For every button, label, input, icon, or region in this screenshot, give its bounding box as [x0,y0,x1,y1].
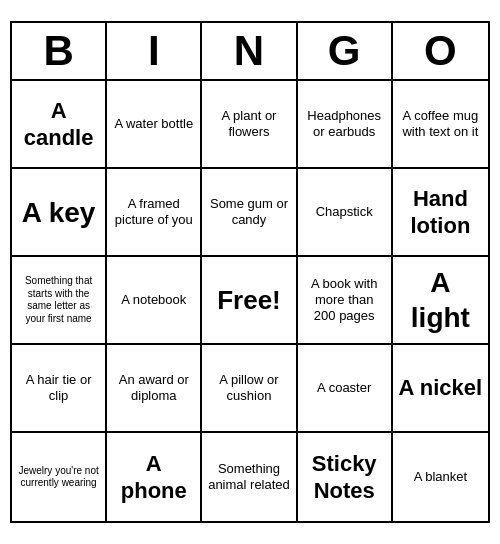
bingo-grid: A candleA water bottleA plant or flowers… [12,81,488,521]
bingo-cell-23: Sticky Notes [298,433,393,521]
bingo-cell-20: Jewelry you're not currently wearing [12,433,107,521]
bingo-cell-16: An award or diploma [107,345,202,433]
header-letter-g: G [298,23,393,79]
bingo-cell-6: A framed picture of you [107,169,202,257]
bingo-cell-5: A key [12,169,107,257]
header-letter-b: B [12,23,107,79]
bingo-card: BINGO A candleA water bottleA plant or f… [10,21,490,523]
bingo-cell-13: A book with more than 200 pages [298,257,393,345]
header-letter-i: I [107,23,202,79]
bingo-cell-21: A phone [107,433,202,521]
bingo-cell-14: A light [393,257,488,345]
bingo-cell-18: A coaster [298,345,393,433]
header-letter-n: N [202,23,297,79]
bingo-cell-10: Something that starts with the same lett… [12,257,107,345]
bingo-cell-17: A pillow or cushion [202,345,297,433]
bingo-cell-22: Something animal related [202,433,297,521]
bingo-cell-1: A water bottle [107,81,202,169]
bingo-cell-7: Some gum or candy [202,169,297,257]
bingo-cell-19: A nickel [393,345,488,433]
bingo-cell-3: Headphones or earbuds [298,81,393,169]
bingo-cell-15: A hair tie or clip [12,345,107,433]
header-letter-o: O [393,23,488,79]
bingo-header: BINGO [12,23,488,81]
bingo-cell-2: A plant or flowers [202,81,297,169]
bingo-cell-24: A blanket [393,433,488,521]
bingo-cell-12: Free! [202,257,297,345]
bingo-cell-11: A notebook [107,257,202,345]
bingo-cell-4: A coffee mug with text on it [393,81,488,169]
bingo-cell-8: Chapstick [298,169,393,257]
bingo-cell-9: Hand lotion [393,169,488,257]
bingo-cell-0: A candle [12,81,107,169]
